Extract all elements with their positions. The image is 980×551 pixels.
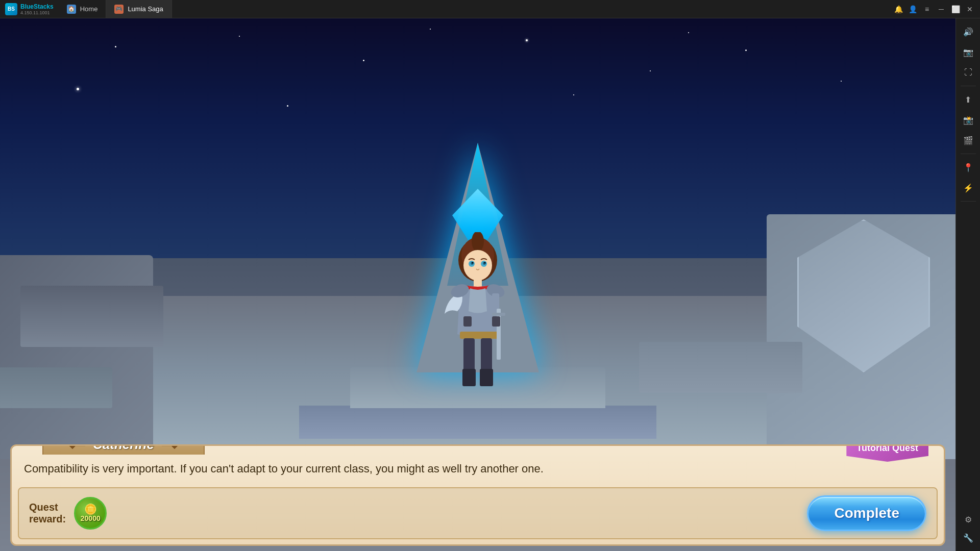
account-button[interactable]: 👤 bbox=[906, 3, 919, 15]
dialog-box: ◆— Catherine —◆ Tutorial Quest Compatibi… bbox=[10, 444, 945, 546]
svg-point-3 bbox=[463, 250, 492, 281]
star bbox=[573, 94, 574, 95]
right-sidebar: 🔊 📷 ⛶ ⬆ 📸 🎬 📍 ⚡ ⚙ 🔧 bbox=[955, 18, 980, 551]
titlebar-controls: 🔔 👤 ≡ ─ ⬜ ✕ bbox=[888, 3, 980, 15]
volume-button[interactable]: 🔊 bbox=[959, 22, 977, 41]
home-tab-icon: 🏠 bbox=[67, 5, 76, 14]
star bbox=[526, 39, 528, 41]
tutorial-badge-text: Tutorial Quest bbox=[856, 444, 918, 453]
camera-button[interactable]: 📸 bbox=[959, 111, 977, 129]
screenshot-button[interactable]: 📷 bbox=[959, 43, 977, 61]
titlebar: BS BlueStacks 4.150.11.1001 🏠 Home 🎮 Lum… bbox=[0, 0, 980, 18]
reward-label-text: Questreward: bbox=[29, 502, 66, 524]
sidebar-divider-1 bbox=[961, 86, 976, 86]
left-flat-rock bbox=[0, 367, 112, 408]
center-base-steps-2 bbox=[299, 406, 656, 439]
svg-point-8 bbox=[472, 262, 474, 264]
name-right-arrow: —◆ bbox=[162, 444, 178, 450]
game-area[interactable]: ◆— Catherine —◆ Tutorial Quest Compatibi… bbox=[0, 18, 955, 551]
reward-bar: Questreward: 🪙 20000 Complete bbox=[18, 487, 938, 539]
video-button[interactable]: 🎬 bbox=[959, 131, 977, 149]
game-tab-icon: 🎮 bbox=[114, 5, 124, 14]
name-left-arrow: ◆— bbox=[69, 444, 85, 450]
macro-button[interactable]: ⚡ bbox=[959, 179, 977, 197]
bluestacks-name: BlueStacks bbox=[20, 3, 54, 10]
left-stone-block bbox=[20, 286, 163, 347]
svg-rect-22 bbox=[492, 316, 500, 327]
settings1-button[interactable]: ⚙ bbox=[959, 510, 977, 529]
close-button[interactable]: ✕ bbox=[964, 3, 976, 15]
coin-icon: 🪙 20000 bbox=[74, 497, 107, 530]
bluestacks-logo: BS BlueStacks 4.150.11.1001 bbox=[0, 3, 59, 15]
star bbox=[115, 46, 116, 47]
star bbox=[688, 32, 689, 33]
svg-rect-20 bbox=[492, 313, 505, 316]
star bbox=[430, 29, 431, 30]
share-button[interactable]: ⬆ bbox=[959, 90, 977, 109]
bluestacks-version: 4.150.11.1001 bbox=[20, 10, 54, 15]
reward-label: Questreward: bbox=[29, 502, 66, 525]
svg-rect-11 bbox=[460, 332, 498, 339]
star bbox=[841, 81, 842, 82]
home-tab-label: Home bbox=[80, 5, 98, 13]
sidebar-divider-2 bbox=[961, 154, 976, 154]
star bbox=[239, 36, 240, 37]
complete-button[interactable]: Complete bbox=[807, 495, 926, 531]
svg-rect-15 bbox=[480, 369, 493, 386]
settings2-button[interactable]: 🔧 bbox=[959, 529, 977, 547]
character bbox=[427, 230, 529, 393]
location-button[interactable]: 📍 bbox=[959, 158, 977, 177]
expand-button[interactable]: ⛶ bbox=[959, 63, 977, 82]
coin-symbol: 🪙 bbox=[84, 504, 97, 514]
tab-game[interactable]: 🎮 Lumia Saga bbox=[106, 0, 172, 18]
star bbox=[363, 60, 364, 61]
tabs-bar: 🏠 Home 🎮 Lumia Saga bbox=[59, 0, 888, 18]
svg-rect-21 bbox=[463, 316, 472, 327]
reward-label-area: Questreward: 🪙 20000 bbox=[29, 497, 107, 530]
maximize-button[interactable]: ⬜ bbox=[949, 3, 962, 15]
star bbox=[650, 70, 651, 71]
bluestacks-icon: BS bbox=[5, 3, 17, 15]
svg-rect-13 bbox=[481, 338, 492, 374]
name-tab: ◆— Catherine —◆ bbox=[42, 444, 205, 455]
star bbox=[287, 105, 288, 107]
svg-rect-14 bbox=[462, 369, 476, 386]
minimize-button[interactable]: ─ bbox=[935, 3, 947, 15]
svg-rect-10 bbox=[474, 278, 482, 287]
sidebar-bottom: ⚙ 🔧 bbox=[959, 510, 977, 547]
star bbox=[745, 49, 747, 51]
sidebar-divider-3 bbox=[961, 201, 976, 202]
coin-value: 20000 bbox=[81, 514, 101, 522]
character-name: Catherine bbox=[93, 444, 154, 453]
character-svg bbox=[432, 232, 524, 390]
svg-rect-12 bbox=[463, 338, 475, 374]
dialog-text: Compatibility is very important. If you … bbox=[24, 460, 932, 477]
tab-home[interactable]: 🏠 Home bbox=[59, 0, 107, 18]
right-flat-rock bbox=[639, 342, 802, 393]
menu-button[interactable]: ≡ bbox=[921, 3, 933, 15]
svg-point-9 bbox=[484, 262, 486, 264]
notification-button[interactable]: 🔔 bbox=[892, 3, 904, 15]
game-tab-label: Lumia Saga bbox=[128, 5, 163, 13]
star bbox=[77, 88, 79, 90]
